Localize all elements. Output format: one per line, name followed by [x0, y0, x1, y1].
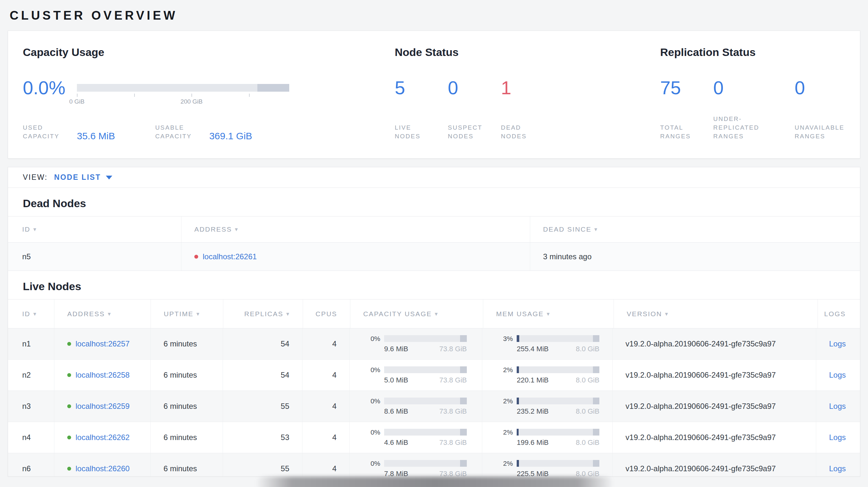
logs-link[interactable]: Logs [829, 464, 846, 473]
column-header-logs: LOGS [818, 299, 860, 328]
usable-capacity-label: USABLE CAPACITY [155, 123, 196, 140]
column-header-dead-since[interactable]: DEAD SINCE ▾ [530, 217, 860, 242]
view-bar: VIEW: NODE LIST [8, 167, 860, 188]
mem-percent: 3% [495, 335, 513, 343]
dead-nodes-count: 1 [501, 78, 554, 97]
mem-percent: 2% [495, 366, 513, 374]
node-address-link[interactable]: localhost:26262 [75, 433, 130, 442]
capacity-total-value: 73.8 GiB [439, 439, 467, 447]
capacity-bar [384, 366, 467, 373]
unavailable-ranges-count: 0 [795, 78, 860, 97]
mem-bar-fill [517, 335, 519, 342]
column-header-capacity-usage[interactable]: CAPACITY USAGE ▾ [350, 299, 483, 328]
mem-used-value: 220.1 MiB [517, 376, 549, 384]
page-title: CLUSTER OVERVIEW [10, 8, 868, 23]
unavailable-ranges-label: UNAVAILABLE RANGES [795, 123, 860, 140]
capacity-used-value: 9.6 MiB [384, 345, 408, 353]
capacity-bar-reserved-segment [460, 460, 467, 467]
table-row: n6 localhost:26260 6 minutes 55 4 0% 7.8… [8, 453, 860, 477]
column-header-version[interactable]: VERSION ▾ [614, 299, 818, 328]
capacity-usage-cell: 0% 4.6 MiB 73.8 GiB [350, 422, 482, 453]
capacity-percent: 0% [363, 460, 380, 467]
mem-usage-cell: 2% 220.1 MiB 8.0 GiB [482, 360, 613, 390]
capacity-bar-reserved-segment [460, 335, 467, 342]
suspect-nodes-stat: 0 SUSPECT NODES [448, 78, 501, 140]
node-id: n4 [8, 422, 54, 453]
column-header-address[interactable]: ADDRESS ▾ [181, 217, 530, 242]
column-header-uptime[interactable]: UPTIME ▾ [151, 299, 223, 328]
logs-link[interactable]: Logs [829, 370, 846, 380]
node-address-link[interactable]: localhost:26261 [203, 252, 257, 261]
logs-cell: Logs [816, 391, 860, 422]
node-address-link[interactable]: localhost:26260 [75, 464, 130, 473]
logs-cell: Logs [816, 422, 860, 453]
replicas-value: 55 [223, 453, 303, 477]
column-header-mem-usage[interactable]: MEM USAGE ▾ [483, 299, 614, 328]
live-status-icon [67, 404, 71, 408]
version-value: v19.2.0-alpha.20190606-2491-gfe735c9a97 [613, 328, 816, 359]
column-header-label: ADDRESS [194, 226, 232, 233]
horizontal-scrollbar[interactable] [256, 477, 614, 487]
column-header-id[interactable]: ID ▾ [8, 299, 54, 328]
node-address-link[interactable]: localhost:26258 [75, 370, 130, 380]
version-value: v19.2.0-alpha.20190606-2491-gfe735c9a97 [613, 422, 816, 453]
mem-bar-reserved-segment [593, 335, 600, 342]
logs-link[interactable]: Logs [829, 339, 846, 348]
logs-link[interactable]: Logs [829, 402, 846, 411]
nodes-panel: VIEW: NODE LIST Dead Nodes ID ▾ ADDRESS … [8, 167, 860, 477]
sort-arrow-icon: ▾ [33, 311, 37, 318]
capacity-total-value: 73.8 GiB [439, 469, 467, 477]
node-id: n5 [8, 242, 181, 270]
sort-arrow-icon: ▾ [108, 311, 111, 318]
live-status-icon [67, 435, 71, 440]
unavailable-ranges-stat: 0 UNAVAILABLE RANGES [795, 78, 860, 140]
sort-arrow-icon: ▾ [235, 226, 238, 233]
mem-bar-reserved-segment [593, 429, 600, 435]
mem-percent: 2% [495, 397, 513, 405]
node-id: n3 [8, 391, 54, 422]
version-value: v19.2.0-alpha.20190606-2491-gfe735c9a97 [613, 391, 816, 422]
mem-usage-cell: 2% 199.6 MiB 8.0 GiB [482, 422, 613, 453]
view-selector-dropdown[interactable]: NODE LIST [54, 173, 112, 182]
live-status-icon [67, 342, 71, 346]
capacity-used-value: 5.0 MiB [384, 376, 408, 384]
node-id: n2 [8, 360, 54, 390]
capacity-bar-reserved-segment [460, 397, 467, 404]
mem-percent: 2% [495, 460, 513, 467]
mem-bar [517, 366, 599, 373]
mem-usage-cell: 3% 255.4 MiB 8.0 GiB [482, 328, 613, 359]
sort-arrow-icon: ▾ [286, 311, 290, 318]
axis-tick [134, 94, 135, 97]
sort-arrow-icon: ▾ [435, 311, 438, 318]
mem-used-value: 235.2 MiB [517, 407, 549, 416]
logs-link[interactable]: Logs [829, 433, 846, 442]
capacity-usage-cell: 0% 9.6 MiB 73.8 GiB [350, 328, 482, 359]
uptime-value: 6 minutes [151, 453, 223, 477]
node-address-cell: localhost:26258 [54, 360, 151, 390]
axis-tick-label: 0 GiB [69, 98, 85, 105]
capacity-used-value: 7.8 MiB [384, 469, 408, 477]
node-address-link[interactable]: localhost:26257 [75, 339, 130, 348]
replicas-value: 54 [223, 360, 303, 390]
live-nodes-title: Live Nodes [8, 271, 860, 299]
table-row: n2 localhost:26258 6 minutes 54 4 0% 5.0… [8, 360, 860, 391]
dead-nodes-header: ID ▾ ADDRESS ▾ DEAD SINCE ▾ [8, 216, 860, 242]
column-header-replicas[interactable]: REPLICAS ▾ [223, 299, 303, 328]
column-header-label: ID [22, 226, 30, 233]
total-ranges-label: TOTAL RANGES [660, 123, 700, 140]
version-value: v19.2.0-alpha.20190606-2491-gfe735c9a97 [613, 360, 816, 390]
mem-usage-cell: 2% 225.5 MiB 8.0 GiB [482, 453, 613, 477]
capacity-percent: 0% [363, 335, 380, 343]
capacity-total-value: 73.8 GiB [439, 407, 467, 416]
mem-bar [517, 397, 599, 404]
sort-arrow-icon: ▾ [594, 226, 598, 233]
node-id: n1 [8, 328, 54, 359]
replicas-value: 53 [223, 422, 303, 453]
capacity-percent: 0% [363, 428, 380, 436]
mem-usage-cell: 2% 235.2 MiB 8.0 GiB [482, 391, 613, 422]
axis-tick [77, 94, 78, 97]
column-header-id[interactable]: ID ▾ [8, 217, 181, 242]
column-header-address[interactable]: ADDRESS ▾ [54, 299, 151, 328]
node-address-link[interactable]: localhost:26259 [75, 402, 130, 411]
mem-used-value: 255.4 MiB [517, 345, 549, 353]
